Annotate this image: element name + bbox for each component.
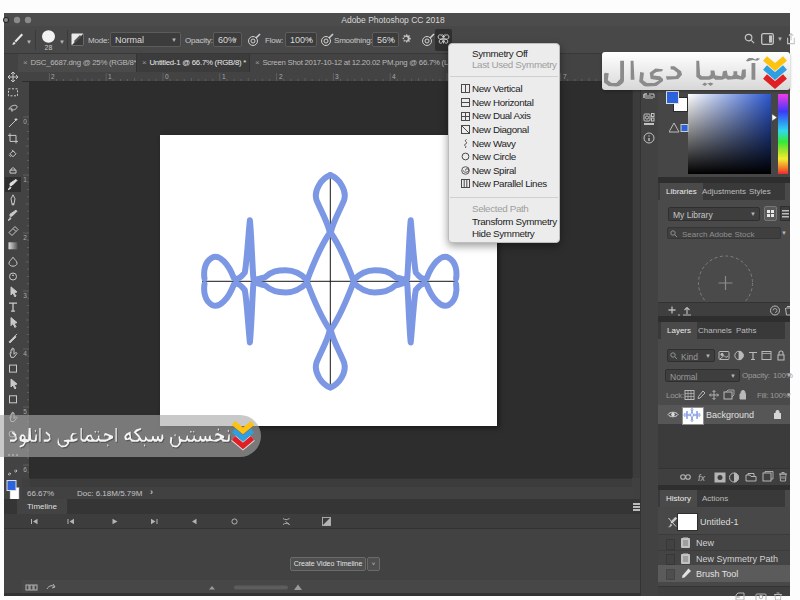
svg-text:5: 5 [23,408,27,415]
svg-text:3: 3 [335,73,339,80]
svg-text:7: 7 [563,73,567,80]
svg-text:fx: fx [698,473,706,483]
svg-text:0: 0 [165,73,169,80]
svg-text:1: 1 [23,176,27,183]
svg-text:4: 4 [392,73,396,80]
svg-text:2: 2 [279,73,283,80]
svg-text:2: 2 [51,73,55,80]
svg-text:1: 1 [108,73,112,80]
svg-text:3: 3 [23,292,27,299]
svg-text:2: 2 [23,234,27,241]
svg-text:1: 1 [222,73,226,80]
svg-text:4: 4 [23,350,27,357]
svg-text:6: 6 [23,466,27,473]
svg-text:0: 0 [23,118,27,125]
